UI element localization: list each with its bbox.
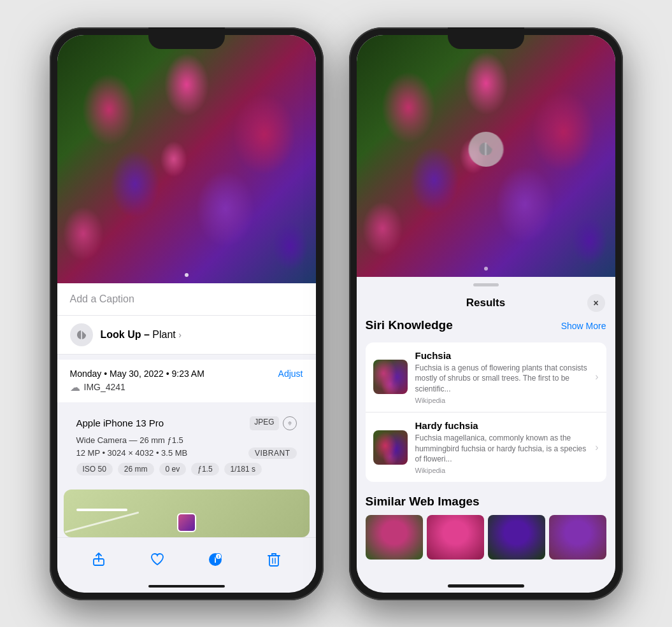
jpeg-badge: JPEG: [250, 416, 278, 430]
leaf-icon: [75, 328, 88, 341]
vibrant-badge: VIBRANT: [248, 447, 297, 459]
camera-lens: Wide Camera — 26 mm ƒ1.5: [76, 435, 297, 445]
fuchsia-source: Wikipedia: [415, 397, 588, 404]
right-phone-screen: Results × Siri Knowledge Show More: [357, 35, 615, 593]
camera-model-row: Apple iPhone 13 Pro JPEG: [76, 416, 297, 430]
lookup-plant: Plant: [150, 329, 176, 340]
lookup-row[interactable]: Look Up – Plant ›: [57, 316, 316, 355]
knowledge-item-fuchsia[interactable]: Fuchsia Fuchsia is a genus of flowering …: [366, 342, 606, 412]
knowledge-card: Fuchsia Fuchsia is a genus of flowering …: [366, 342, 606, 483]
web-image-2[interactable]: [427, 515, 484, 560]
info-icon: i i: [208, 552, 223, 567]
fuchsia-name: Fuchsia: [415, 350, 588, 361]
web-image-4[interactable]: [549, 515, 606, 560]
exif-shutter: 1/181 s: [224, 463, 262, 476]
right-phone: Results × Siri Knowledge Show More: [349, 27, 623, 600]
hardy-thumb-image: [373, 430, 408, 465]
web-section-title: Similar Web Images: [366, 495, 606, 509]
svg-text:i: i: [218, 554, 219, 559]
hardy-chevron: ›: [595, 442, 598, 453]
web-image-1[interactable]: [366, 515, 423, 560]
lookup-bold: Look Up –: [101, 329, 150, 340]
lookup-icon: [70, 323, 93, 346]
map-road-1: [76, 509, 127, 511]
info-button[interactable]: i i: [203, 547, 228, 572]
caption-placeholder: Add a Caption: [70, 293, 134, 304]
siri-section-header: Siri Knowledge Show More: [366, 318, 606, 337]
share-button[interactable]: [86, 547, 111, 572]
left-phone-screen: Add a Caption Look Up – Plant › M: [57, 35, 316, 593]
map-photo-pin: [177, 513, 196, 532]
close-icon: ×: [593, 298, 598, 308]
results-title: Results: [385, 297, 587, 309]
exif-row: ISO 50 26 mm 0 ev ƒ1.5 1/181 s: [76, 463, 297, 476]
filename-row: ☁ IMG_4241: [70, 381, 303, 393]
location-badge: [283, 416, 297, 430]
bottom-toolbar: i i: [57, 537, 316, 585]
hardy-content: Hardy fuchsia Fuchsia magellanica, commo…: [415, 420, 588, 474]
exif-aperture: ƒ1.5: [191, 463, 218, 476]
web-images-row: [366, 515, 606, 560]
info-section: Monday • May 30, 2022 • 9:23 AM Adjust ☁…: [57, 360, 316, 402]
caption-area[interactable]: Add a Caption: [57, 283, 316, 316]
fuchsia-content: Fuchsia Fuchsia is a genus of flowering …: [415, 350, 588, 404]
web-images-section: Similar Web Images: [357, 487, 615, 565]
trash-icon: [268, 553, 280, 567]
resolution-text: 12 MP • 3024 × 4032 • 3.5 MB: [76, 448, 188, 458]
siri-photo-dot: [484, 267, 488, 271]
adjust-button[interactable]: Adjust: [278, 369, 303, 379]
photo-left[interactable]: [57, 35, 316, 283]
lookup-chevron: ›: [178, 330, 182, 340]
svg-point-0: [289, 422, 290, 423]
share-icon: [92, 553, 106, 567]
camera-badges: JPEG: [250, 416, 296, 430]
show-more-link[interactable]: Show More: [561, 321, 606, 331]
home-indicator-left: [148, 585, 225, 588]
date-row: Monday • May 30, 2022 • 9:23 AM Adjust: [70, 369, 303, 379]
favorite-button[interactable]: [145, 547, 170, 572]
map-road-2: [64, 511, 139, 533]
camera-detail: 12 MP • 3024 × 4032 • 3.5 MB VIBRANT: [76, 447, 297, 459]
camera-section: Apple iPhone 13 Pro JPEG Wide Camera — 2…: [64, 407, 310, 484]
fuchsia-chevron: ›: [595, 371, 598, 383]
filename-text: IMG_4241: [84, 382, 125, 392]
home-indicator-right: [448, 584, 524, 588]
close-button[interactable]: ×: [587, 294, 605, 312]
exif-iso: ISO 50: [76, 463, 113, 476]
hardy-desc: Fuchsia magellanica, commonly known as t…: [415, 433, 588, 465]
hardy-thumb: [373, 430, 408, 465]
photo-dot-left: [185, 273, 189, 277]
heart-icon: [150, 553, 164, 567]
hardy-name: Hardy fuchsia: [415, 420, 588, 431]
knowledge-item-hardy[interactable]: Hardy fuchsia Fuchsia magellanica, commo…: [366, 412, 606, 482]
web-image-3[interactable]: [488, 515, 545, 560]
location-icon: [288, 419, 292, 427]
siri-section-title: Siri Knowledge: [366, 318, 453, 332]
exif-focal: 26 mm: [118, 463, 154, 476]
siri-knowledge-section: Siri Knowledge Show More Fuchsia Fuchsia…: [357, 318, 615, 488]
photo-right[interactable]: [357, 35, 615, 277]
photo-date: Monday • May 30, 2022 • 9:23 AM: [70, 369, 204, 379]
fuchsia-desc: Fuchsia is a genus of flowering plants t…: [415, 363, 588, 395]
results-panel: Results × Siri Knowledge Show More: [357, 277, 615, 584]
fuchsia-thumb-image: [373, 360, 408, 394]
map-preview[interactable]: [64, 490, 310, 537]
results-header: Results ×: [357, 286, 615, 318]
siri-leaf-icon: [477, 140, 495, 158]
svg-rect-7: [269, 556, 278, 566]
lookup-label: Look Up – Plant ›: [101, 329, 182, 341]
fuchsia-thumb: [373, 360, 408, 394]
siri-badge: [468, 132, 503, 167]
exif-ev: 0 ev: [159, 463, 187, 476]
left-phone: Add a Caption Look Up – Plant › M: [50, 27, 324, 600]
hardy-source: Wikipedia: [415, 467, 588, 474]
cloud-icon: ☁: [70, 381, 80, 393]
flower-image-left: [57, 35, 316, 283]
phones-container: Add a Caption Look Up – Plant › M: [50, 27, 623, 600]
camera-model: Apple iPhone 13 Pro: [76, 418, 164, 428]
delete-button[interactable]: [261, 547, 287, 572]
